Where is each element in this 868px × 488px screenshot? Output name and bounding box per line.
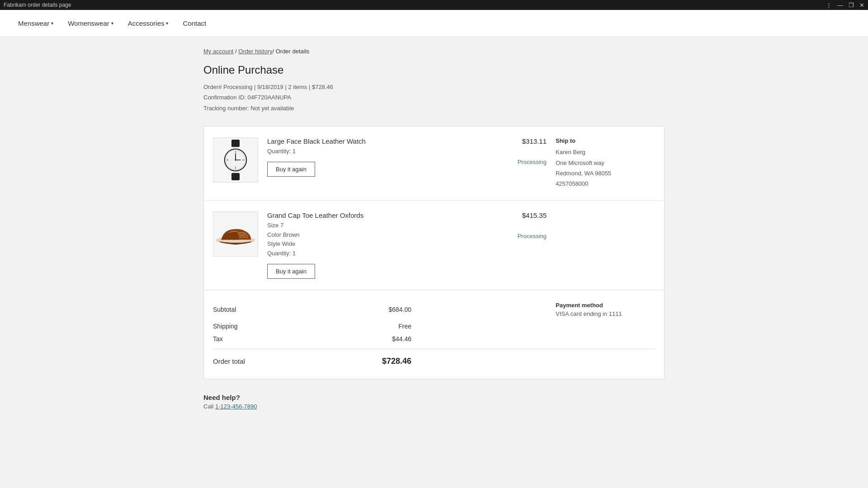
- confirmation-id: 04F720AANUPA: [248, 94, 292, 101]
- nav-menswear[interactable]: Menswear ▾: [18, 11, 53, 35]
- shipping-row: Shipping Free: [213, 320, 655, 333]
- item-color: Color Brown: [267, 230, 483, 240]
- ship-to-label: Ship to: [556, 137, 655, 144]
- item-quantity: Quantity: 1: [267, 147, 483, 156]
- item-details-shoe: Grand Cap Toe Leather Oxfords Size 7 Col…: [267, 211, 483, 279]
- item-price: $415.35: [492, 211, 547, 219]
- table-row: Large Face Black Leather Watch Quantity:…: [204, 127, 664, 201]
- order-total-value: $728.46: [357, 357, 411, 366]
- help-section: Need help? Call 1-123-456-7890: [203, 394, 665, 410]
- item-style: Style Wide: [267, 239, 483, 249]
- subtotal-row: Subtotal $684.00 Payment method VISA car…: [213, 299, 655, 320]
- shoe-icon: [215, 221, 256, 248]
- status-badge: Processing: [492, 159, 547, 165]
- watch-icon: [217, 140, 254, 180]
- confirmation-line: Confirmation ID: 04F720AANUPA: [203, 92, 665, 103]
- nav-womenswear[interactable]: Womenswear ▾: [68, 11, 113, 35]
- item-size: Size 7: [267, 221, 483, 230]
- titlebar-controls: ⋮ — ❐ ✕: [826, 2, 864, 9]
- breadcrumb-current: Order details: [276, 48, 309, 55]
- item-price-col: $415.35 Processing: [492, 211, 547, 239]
- svg-rect-11: [231, 173, 240, 180]
- item-quantity: Quantity: 1: [267, 249, 483, 258]
- order-date: 9/18/2019: [257, 84, 283, 90]
- shipping-label: Shipping: [213, 323, 357, 330]
- subtotal-label: Subtotal: [213, 306, 357, 313]
- ship-to-city-state-zip: Redmond, WA 98055: [556, 168, 655, 178]
- item-name: Grand Cap Toe Leather Oxfords: [267, 211, 483, 219]
- totals-section: Subtotal $684.00 Payment method VISA car…: [203, 290, 665, 379]
- main-content: My account / Order history/ Order detail…: [185, 37, 683, 437]
- item-left-col: Large Face Black Leather Watch Quantity:…: [213, 137, 483, 183]
- order-status-badge: Processing: [223, 84, 252, 90]
- buy-again-button[interactable]: Buy it again: [267, 264, 315, 279]
- order-meta: Order# Processing | 9/18/2019 | 2 items …: [203, 82, 665, 113]
- item-image-watch: [213, 137, 258, 183]
- tracking-value: Not yet available: [250, 105, 294, 112]
- chevron-down-icon: ▾: [166, 21, 168, 26]
- nav-accessories[interactable]: Accessories ▾: [128, 11, 169, 35]
- items-section: Large Face Black Leather Watch Quantity:…: [203, 126, 665, 290]
- breadcrumb-my-account[interactable]: My account: [203, 48, 233, 55]
- svg-point-10: [235, 159, 236, 161]
- nav-womenswear-label: Womenswear: [68, 19, 109, 27]
- tax-row: Tax $44.46: [213, 333, 655, 345]
- ship-to-phone: 4257058000: [556, 178, 655, 189]
- close-button[interactable]: ✕: [859, 2, 864, 9]
- help-phone-link[interactable]: 1-123-456-7890: [215, 403, 257, 410]
- chevron-down-icon: ▾: [51, 21, 53, 26]
- item-image-shoe: [213, 211, 258, 257]
- ship-to-name: Karen Berg: [556, 147, 655, 157]
- shipping-value: Free: [357, 323, 411, 330]
- page-title: Online Purchase: [203, 64, 665, 76]
- breadcrumb: My account / Order history/ Order detail…: [203, 48, 665, 55]
- nav-contact-label: Contact: [183, 19, 206, 27]
- confirmation-label: Confirmation ID:: [203, 94, 246, 101]
- nav-contact[interactable]: Contact: [183, 11, 206, 35]
- order-total-label: Order total: [213, 357, 357, 365]
- nav-menswear-label: Menswear: [18, 19, 49, 27]
- tax-value: $44.46: [357, 335, 411, 343]
- order-amount: $728.46: [312, 84, 333, 90]
- table-row: Grand Cap Toe Leather Oxfords Size 7 Col…: [204, 201, 664, 290]
- svg-rect-0: [231, 140, 240, 147]
- minimize-button[interactable]: —: [837, 2, 843, 9]
- chevron-down-icon: ▾: [111, 21, 113, 26]
- item-price: $313.11: [492, 137, 547, 145]
- payment-label: Payment method: [556, 302, 655, 309]
- order-number-label: Order#: [203, 84, 222, 90]
- ship-to-col: Ship to Karen Berg One Microsoft way Red…: [556, 137, 655, 189]
- ship-to-address1: One Microsoft way: [556, 158, 655, 168]
- titlebar-title: Fabrikam order details page: [4, 2, 71, 8]
- tracking-label: Tracking number:: [203, 105, 249, 112]
- subtotal-value: $684.00: [357, 306, 411, 313]
- breadcrumb-order-history[interactable]: Order history: [238, 48, 272, 55]
- navbar: Menswear ▾ Womenswear ▾ Accessories ▾ Co…: [0, 10, 868, 37]
- ship-to-info: Karen Berg One Microsoft way Redmond, WA…: [556, 147, 655, 189]
- item-name: Large Face Black Leather Watch: [267, 137, 483, 145]
- titlebar: Fabrikam order details page ⋮ — ❐ ✕: [0, 0, 868, 10]
- item-left-col: Grand Cap Toe Leather Oxfords Size 7 Col…: [213, 211, 483, 279]
- order-summary-line: Order# Processing | 9/18/2019 | 2 items …: [203, 82, 665, 92]
- tax-label: Tax: [213, 335, 357, 343]
- payment-col: Payment method VISA card ending in 1111: [556, 302, 655, 317]
- divider: [213, 349, 655, 349]
- help-title: Need help?: [203, 394, 665, 401]
- tracking-line: Tracking number: Not yet available: [203, 103, 665, 113]
- menu-icon[interactable]: ⋮: [826, 2, 832, 9]
- nav-accessories-label: Accessories: [128, 19, 165, 27]
- item-price-col: $313.11 Processing: [492, 137, 547, 165]
- items-count: 2 items: [288, 84, 307, 90]
- payment-info: VISA card ending in 1111: [556, 310, 655, 317]
- restore-button[interactable]: ❐: [849, 2, 854, 9]
- help-call-label: Call: [203, 403, 215, 410]
- help-text: Call 1-123-456-7890: [203, 403, 665, 410]
- item-details-watch: Large Face Black Leather Watch Quantity:…: [267, 137, 483, 177]
- order-total-row: Order total $728.46: [213, 353, 655, 370]
- buy-again-button[interactable]: Buy it again: [267, 162, 315, 177]
- status-badge: Processing: [492, 233, 547, 239]
